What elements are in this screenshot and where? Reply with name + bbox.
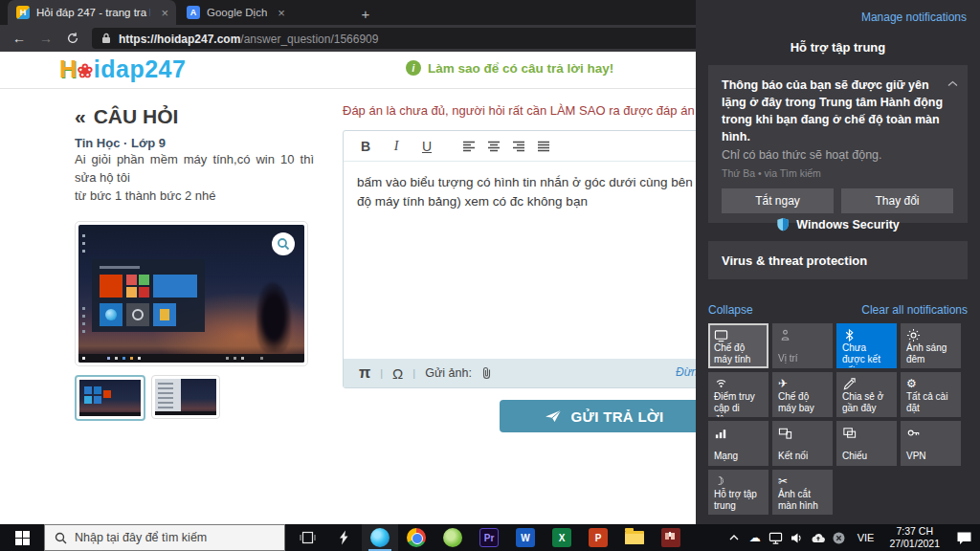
app-edge[interactable] (362, 524, 398, 551)
search-input[interactable]: Nhập tại đây để tìm kiếm (44, 524, 285, 551)
symbol-button[interactable]: Ω (392, 365, 403, 382)
thumbnail-1-selected[interactable] (75, 375, 145, 421)
quick-actions-grid: Chế độ máy tính bảng Vị trí Chưa được kế… (708, 323, 961, 515)
word-icon: W (516, 528, 535, 547)
dismiss-button[interactable]: Tắt ngay (722, 188, 834, 213)
edge-icon (370, 528, 390, 547)
app-game[interactable] (653, 524, 689, 551)
align-center-icon[interactable] (487, 141, 501, 152)
question-line: từ bức 1 thành bức 2 nhé (75, 187, 314, 206)
app-premiere[interactable]: Pr (471, 524, 507, 551)
submit-answer-button[interactable]: GỬI TRẢ LỜI (500, 400, 708, 432)
taskbar-clock[interactable]: 7:37 CH 27/01/2021 (881, 525, 947, 550)
action-center-panel: Manage notifications Hỗ trợ tập trung Th… (696, 0, 980, 524)
url-domain: https://hoidap247.com (119, 33, 240, 46)
tile-location[interactable]: Vị trí (772, 323, 833, 368)
coccoc-icon (443, 528, 462, 547)
cloud-upload-icon[interactable] (808, 524, 829, 551)
forward-button[interactable]: → (33, 27, 59, 50)
focus-assist-notification[interactable]: Thông báo của bạn sẽ được giữ yên lặng ở… (708, 65, 968, 223)
onedrive-cloud-icon[interactable]: ☁ (745, 524, 766, 551)
premiere-icon: Pr (479, 528, 499, 547)
tile-focus-assist[interactable]: ☾ Hỗ trợ tập trung (708, 470, 768, 515)
google-translate-favicon-icon: A (187, 6, 200, 19)
night-light-icon (906, 328, 955, 342)
start-menu-rail (82, 234, 85, 237)
network-tray-icon[interactable] (766, 524, 787, 551)
app-powerpoint[interactable]: P (580, 524, 616, 551)
tab-title: Google Dịch (207, 7, 267, 18)
tray-chevron-up-icon[interactable] (724, 524, 745, 551)
bluetooth-icon (842, 328, 891, 342)
tab-hoidap247[interactable]: H Hỏi đáp 247 - trang tra loi × (8, 0, 176, 25)
tile-bluetooth[interactable]: Chưa được kết nối (836, 323, 897, 368)
tile-screen-snip[interactable]: ✂ Ảnh cắt màn hình (772, 470, 833, 515)
language-indicator[interactable]: VIE (850, 532, 882, 543)
tile-nearby-sharing[interactable]: Chia sẻ ở gần đây (836, 372, 897, 417)
windows-security-header: Windows Security (696, 217, 980, 231)
paperclip-icon[interactable] (481, 366, 492, 380)
tile-project[interactable]: Chiếu (836, 421, 897, 466)
app-file-explorer[interactable] (616, 524, 653, 551)
tile-all-settings[interactable]: ⚙ Tất cả cài đặt (901, 372, 961, 417)
volume-icon[interactable] (787, 524, 808, 551)
align-right-icon[interactable] (512, 141, 525, 152)
tile-vpn[interactable]: VPN (901, 421, 961, 466)
close-tab-icon[interactable]: × (278, 6, 285, 20)
align-justify-icon[interactable] (537, 141, 550, 152)
tab-title: Hỏi đáp 247 - trang tra loi (36, 7, 150, 18)
clear-all-notifications-link[interactable]: Clear all notifications (861, 303, 968, 317)
start-button[interactable] (0, 524, 44, 551)
notification-meta: Thứ Ba • via Tìm kiếm (722, 167, 954, 179)
tile-night-light[interactable]: Ánh sáng đêm (901, 323, 961, 368)
refresh-icon (66, 32, 79, 45)
airplane-icon: ✈ (778, 377, 827, 391)
italic-button[interactable]: I (388, 139, 405, 154)
formula-button[interactable]: π (359, 364, 370, 382)
search-placeholder: Nhập tại đây để tìm kiếm (75, 531, 207, 544)
tile-mobile-hotspot[interactable]: Điểm truy cập di động (708, 372, 768, 417)
app-coccoc[interactable] (434, 524, 471, 551)
close-tab-icon[interactable]: × (161, 6, 168, 20)
notification-text: Thông báo của bạn sẽ được giữ yên lặng ở… (722, 77, 944, 146)
screenshot-taskbar (78, 354, 304, 363)
paper-plane-icon (545, 409, 562, 423)
tab-google-dich[interactable]: A Google Dịch × (178, 0, 350, 25)
tile-network[interactable]: Mạng (708, 421, 768, 466)
chevron-up-icon[interactable] (947, 74, 958, 91)
site-logo[interactable]: H❀idap247 (59, 55, 186, 83)
task-view-button[interactable] (289, 524, 325, 551)
mobile-hotspot-icon (714, 377, 763, 391)
app-lightning[interactable] (325, 524, 362, 551)
question-title: «CÂU HỎI (75, 105, 178, 128)
collapse-link[interactable]: Collapse (708, 303, 753, 317)
disconnected-x-icon[interactable] (829, 524, 850, 551)
flower-icon: ❀ (78, 60, 94, 81)
app-word[interactable]: W (507, 524, 544, 551)
underline-button[interactable]: U (418, 139, 435, 154)
game-icon (661, 528, 680, 547)
virus-protection-notification[interactable]: Virus & threat protection (708, 241, 968, 279)
question-text: Ai giỏi phần mềm máy tính,có win 10 thì … (75, 151, 314, 206)
back-button[interactable]: ← (6, 27, 33, 50)
app-excel[interactable]: X (544, 524, 580, 551)
manage-notifications-link[interactable]: Manage notifications (861, 11, 967, 24)
new-tab-button[interactable]: + (356, 4, 375, 23)
windows-logo-icon (15, 531, 30, 545)
change-button[interactable]: Thay đổi (841, 188, 953, 213)
tile-airplane-mode[interactable]: ✈ Chế độ máy bay (772, 372, 833, 417)
align-left-icon[interactable] (462, 141, 476, 152)
app-chrome[interactable] (398, 524, 434, 551)
question-image[interactable] (75, 221, 308, 366)
action-center-button[interactable] (947, 524, 980, 551)
zoom-image-icon[interactable] (272, 232, 295, 255)
bold-button[interactable]: B (357, 139, 374, 154)
thumbnail-2[interactable] (151, 375, 220, 419)
tile-connect[interactable]: Kết nối (772, 421, 833, 466)
header-banner-link[interactable]: i Làm sao để có câu trả lời hay! (406, 60, 613, 76)
refresh-button[interactable] (59, 27, 86, 50)
info-icon: i (406, 60, 421, 76)
answer-hint: Đáp án là chưa đủ, người hỏi rất cần LÀM… (343, 103, 715, 118)
back-link[interactable]: « (75, 105, 86, 127)
tile-tablet-mode[interactable]: Chế độ máy tính bảng (708, 323, 768, 368)
